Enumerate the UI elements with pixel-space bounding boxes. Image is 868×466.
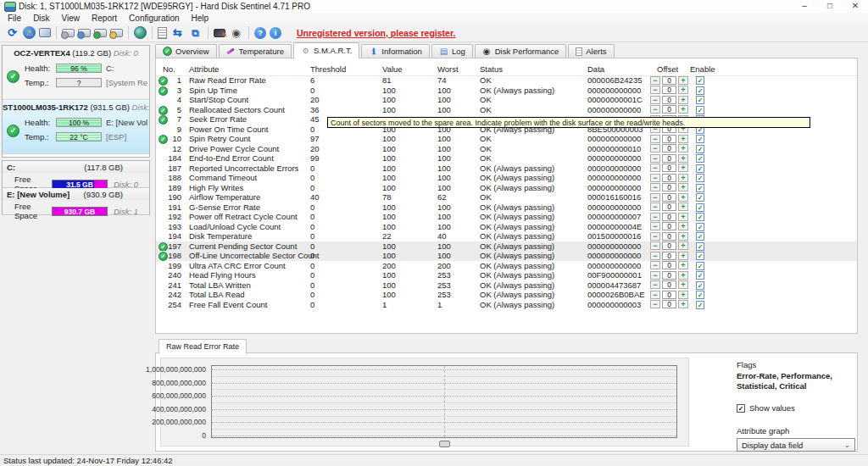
enable-checkbox[interactable] (696, 271, 704, 280)
maximize-button[interactable]: □ (817, 0, 843, 13)
disk-entry-1[interactable]: ST1000LM035-1RK172 (931.5 GB) Disk: 1 He… (3, 100, 149, 154)
minimize-button[interactable]: – (792, 0, 817, 13)
refresh-icon[interactable] (5, 26, 19, 40)
offset-plus-button[interactable] (678, 154, 688, 163)
table-row[interactable]: 241 Total LBA Written 0 100 253 OK (Alwa… (156, 280, 857, 291)
offset-plus-button[interactable] (678, 241, 688, 250)
table-row[interactable]: 254 Free Fall Event Count 0 1 1 OK (Alwa… (156, 300, 857, 310)
table-row[interactable]: 190 Airflow Temperature 40 78 62 OK 0000… (156, 192, 857, 202)
disk-search-icon[interactable] (110, 29, 123, 37)
col-offset[interactable]: Offset (657, 64, 678, 74)
offset-plus-button[interactable] (678, 271, 688, 280)
monitor-icon[interactable] (39, 28, 51, 37)
offset-plus-button[interactable] (678, 213, 688, 221)
col-threshold[interactable]: Threshold (310, 64, 346, 74)
enable-checkbox[interactable] (696, 281, 704, 290)
table-row[interactable]: 197 Current Pending Sector Count 0 100 1… (156, 241, 857, 252)
enable-checkbox[interactable] (696, 291, 704, 299)
col-attribute[interactable]: Attribute (189, 64, 219, 74)
offset-plus-button[interactable] (678, 76, 688, 85)
enable-checkbox[interactable] (696, 223, 704, 231)
offset-minus-button[interactable] (650, 174, 660, 182)
table-row[interactable]: 5 Reallocated Sectors Count 36 100 100 O… (156, 105, 857, 115)
enable-checkbox[interactable] (696, 203, 704, 212)
offset-minus-button[interactable] (650, 222, 660, 230)
enable-checkbox[interactable] (696, 96, 704, 104)
menu-file[interactable]: File (2, 13, 27, 24)
chart-scroll-handle[interactable] (439, 441, 450, 447)
offset-minus-button[interactable] (650, 252, 660, 260)
offset-plus-button[interactable] (678, 183, 688, 191)
table-row[interactable]: 240 Head Flying Hours 0 100 253 OK (Alwa… (156, 270, 857, 280)
enable-checkbox[interactable] (696, 76, 704, 85)
enable-checkbox[interactable] (696, 164, 704, 173)
table-row[interactable]: 193 Load/Unload Cycle Count 0 100 100 OK… (156, 222, 857, 232)
enable-checkbox[interactable] (696, 252, 704, 260)
table-row[interactable]: 198 Off-Line Uncorrectable Sector Count … (156, 251, 857, 261)
tab-information[interactable]: Information (361, 44, 430, 58)
attribute-graph-select[interactable]: Display data field (737, 438, 855, 452)
close-button[interactable]: ✕ (843, 0, 868, 13)
enable-checkbox[interactable] (696, 135, 704, 143)
enable-checkbox[interactable] (696, 301, 704, 309)
report-icon[interactable] (158, 27, 167, 39)
enable-checkbox[interactable] (696, 262, 704, 270)
table-row[interactable]: 1 Raw Read Error Rate 6 81 74 OK 000006B… (156, 75, 857, 86)
enable-checkbox[interactable] (696, 145, 704, 153)
offset-minus-button[interactable] (650, 213, 660, 221)
table-row[interactable]: 194 Disk Temperature 0 22 40 OK (Always … (156, 231, 857, 241)
menu-help[interactable]: Help (186, 13, 215, 24)
offset-plus-button[interactable] (678, 144, 688, 153)
tab-disk-performance[interactable]: Disk Performance (475, 44, 567, 58)
table-row[interactable]: 242 Total LBA Read 0 100 253 OK (Always … (156, 290, 857, 300)
enable-checkbox[interactable] (696, 232, 704, 241)
offset-plus-button[interactable] (678, 96, 688, 104)
enable-checkbox[interactable] (696, 193, 704, 202)
offset-minus-button[interactable] (650, 300, 660, 308)
table-row[interactable]: 191 G-Sense Error Rate 0 100 100 OK (Alw… (156, 202, 857, 213)
table-row[interactable]: 12 Drive Power Cycle Count 20 100 100 OK… (156, 144, 857, 154)
tab-alerts[interactable]: Alerts (568, 44, 614, 58)
col-value[interactable]: Value (382, 64, 403, 74)
offset-minus-button[interactable] (650, 135, 660, 143)
offset-minus-button[interactable] (650, 280, 660, 289)
menu-view[interactable]: View (56, 13, 86, 24)
table-row[interactable]: 189 High Fly Writes 0 100 100 OK (Always… (156, 183, 857, 193)
offset-plus-button[interactable] (678, 164, 688, 172)
menu-configuration[interactable]: Configuration (123, 13, 185, 24)
offset-minus-button[interactable] (650, 291, 660, 299)
information-icon[interactable] (270, 27, 281, 39)
tab-log[interactable]: Log (431, 44, 473, 58)
offset-plus-button[interactable] (678, 135, 688, 143)
offset-plus-button[interactable] (678, 280, 688, 289)
table-row[interactable]: 187 Reported Uncorrectable Errors 0 100 … (156, 164, 857, 174)
enable-checkbox[interactable] (696, 106, 704, 114)
configuration-icon[interactable] (214, 29, 225, 37)
disk-alert-icon[interactable] (23, 26, 36, 39)
disk-remove-icon[interactable] (62, 29, 75, 37)
help-icon[interactable] (254, 27, 266, 39)
table-row[interactable]: 4 Start/Stop Count 20 100 100 OK 0000000… (156, 95, 857, 105)
network-icon[interactable] (188, 26, 203, 40)
register-link[interactable]: Unregistered version, please register. (297, 28, 455, 38)
offset-minus-button[interactable] (650, 164, 660, 172)
offset-plus-button[interactable] (678, 291, 688, 299)
offset-minus-button[interactable] (650, 76, 660, 85)
enable-checkbox[interactable] (696, 174, 704, 182)
show-values-checkbox[interactable] (737, 404, 745, 413)
table-row[interactable]: 3 Spin Up Time 0 100 100 OK (Always pass… (156, 86, 857, 96)
col-enable[interactable]: Enable (690, 64, 715, 74)
enable-checkbox[interactable] (696, 184, 704, 192)
offset-plus-button[interactable] (678, 174, 688, 182)
offset-minus-button[interactable] (650, 261, 660, 269)
offset-minus-button[interactable] (650, 241, 660, 250)
enable-checkbox[interactable] (696, 242, 704, 251)
tab-overview[interactable]: Overview (155, 44, 217, 58)
tab-raw-read-error-rate[interactable]: Raw Read Error Rate (159, 339, 247, 354)
menu-report[interactable]: Report (86, 13, 123, 24)
offset-plus-button[interactable] (678, 105, 688, 114)
menu-disk[interactable]: Disk (27, 13, 55, 24)
offset-plus-button[interactable] (678, 193, 688, 202)
col-worst[interactable]: Worst (437, 64, 459, 74)
enable-checkbox[interactable] (696, 213, 704, 221)
